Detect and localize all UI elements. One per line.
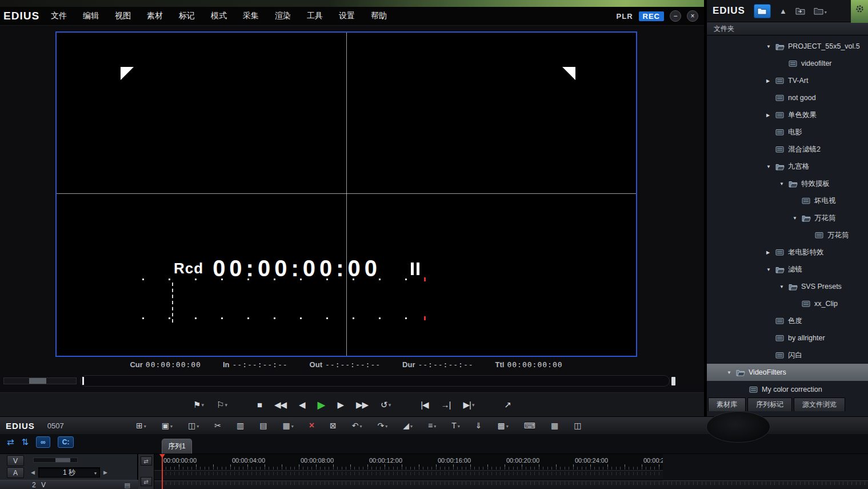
undo-button[interactable]: ↶▾ — [352, 422, 362, 430]
scrubber-playhead[interactable] — [82, 377, 84, 385]
shuttle-slider[interactable] — [3, 377, 77, 384]
expand-open-icon[interactable]: ▼ — [793, 216, 802, 221]
title-button[interactable]: T▾ — [451, 422, 460, 430]
paste-insert-button[interactable]: ▦▾ — [282, 422, 293, 430]
scale-decrease-arrow[interactable]: ◀ — [30, 468, 36, 476]
bin-tree-item-12[interactable]: ▶老电影特效 — [707, 244, 868, 261]
bin-tree[interactable]: ▼PROJECT_55x5_vol.5videofilter▶TV-Artnot… — [707, 38, 868, 397]
marker-list-button[interactable]: ⚐▾ — [214, 399, 230, 410]
redo-button[interactable]: ↷▾ — [378, 422, 388, 430]
expand-open-icon[interactable]: ▼ — [766, 44, 775, 49]
minimize-button[interactable]: − — [670, 10, 681, 22]
menu-item-1[interactable]: 编辑 — [81, 10, 101, 22]
timeline-zoom-slider-handle[interactable] — [55, 458, 70, 462]
capture-alert-icon[interactable]: ▲ — [779, 7, 787, 15]
dropdown-arrow-icon[interactable]: ▾ — [360, 424, 362, 430]
menu-item-7[interactable]: 渲染 — [273, 10, 293, 22]
expand-open-icon[interactable]: ▼ — [766, 267, 775, 272]
menu-item-4[interactable]: 标记 — [177, 10, 197, 22]
audio-track-button[interactable]: A — [7, 467, 24, 478]
dropdown-arrow-icon[interactable]: ▾ — [506, 424, 509, 430]
expand-open-icon[interactable]: ▼ — [766, 164, 775, 169]
grid-view-button[interactable]: ◫ — [574, 422, 581, 430]
video-track-button[interactable]: V — [7, 455, 24, 466]
render-button[interactable]: ▩▾ — [498, 422, 509, 430]
timeline-zoom-slider[interactable] — [33, 458, 78, 463]
plr-mode-button[interactable]: PLR — [617, 12, 633, 21]
save-project-button[interactable]: ◫▾ — [188, 422, 199, 430]
rec-mode-button[interactable]: REC — [639, 11, 664, 21]
sync-lock-toggle[interactable]: ⇅ — [22, 437, 29, 447]
bin-tree-item-17[interactable]: by allrighter — [707, 329, 868, 347]
paste-button[interactable]: ▤ — [259, 422, 267, 430]
default-transition-button[interactable]: ◢▾ — [403, 422, 413, 430]
patch-swap-button-bottom[interactable]: ⇄ — [141, 477, 152, 486]
capture-button[interactable]: ⇓ — [475, 422, 482, 430]
rewind-button[interactable]: ◀◀ — [272, 399, 289, 410]
new-folder-button[interactable] — [754, 4, 771, 18]
dropdown-arrow-icon[interactable]: ▾ — [291, 424, 294, 430]
dropdown-arrow-icon[interactable]: ▾ — [225, 401, 227, 409]
expand-closed-icon[interactable]: ▶ — [766, 113, 775, 118]
bin-view-options-button[interactable]: ▾ — [814, 7, 827, 15]
bin-tree-item-2[interactable]: ▶TV-Art — [707, 72, 868, 89]
bin-tree-item-11[interactable]: 万花筒 — [707, 226, 868, 244]
dropdown-arrow-icon[interactable]: ▾ — [434, 424, 436, 430]
goto-previous-edit-point-button[interactable]: |◀ — [418, 399, 430, 410]
timeline-ruler[interactable]: 00:00:00:0000:00:04:0000:00:08:0000:00:1… — [154, 454, 663, 471]
bin-tree-item-0[interactable]: ▼PROJECT_55x5_vol.5 — [707, 38, 868, 55]
bin-tree-item-15[interactable]: xx_Clip — [707, 295, 868, 312]
insert-overwrite-toggle[interactable]: ⇄ — [7, 437, 14, 447]
bin-tree-item-10[interactable]: ▼万花筒 — [707, 209, 868, 226]
bin-tab-2[interactable]: 源文件浏览 — [794, 397, 845, 411]
dropdown-arrow-icon[interactable]: ▾ — [458, 424, 460, 430]
bin-tree-item-14[interactable]: ▼SVS Presets — [707, 278, 868, 295]
expand-open-icon[interactable]: ▼ — [779, 284, 789, 289]
set-marker-in-button[interactable]: ⚑▾ — [191, 399, 206, 410]
track-2v-header[interactable]: 2 V ▤ — [0, 480, 138, 489]
expand-closed-icon[interactable]: ▶ — [766, 78, 775, 84]
menu-item-8[interactable]: 工具 — [305, 10, 325, 22]
copy-button[interactable]: ▥ — [237, 422, 244, 430]
audio-mixer-button[interactable]: ≡▾ — [428, 422, 436, 430]
bin-tree-item-19[interactable]: ▼VideoFilters — [707, 364, 868, 381]
fast-forward-button[interactable]: ▶▶ — [354, 399, 370, 410]
new-sequence-button[interactable]: ⊞▾ — [136, 422, 146, 430]
loop-playback-button[interactable]: ↺▾ — [378, 399, 393, 410]
bin-tree-item-9[interactable]: 坏电视 — [707, 192, 868, 209]
expand-open-icon[interactable]: ▼ — [779, 181, 789, 186]
close-button[interactable]: × — [687, 10, 698, 22]
bin-tree-item-5[interactable]: 电影 — [707, 124, 868, 141]
bin-tree-item-7[interactable]: ▼九宫格 — [707, 158, 868, 175]
bin-tree-item-3[interactable]: not good — [707, 89, 868, 106]
dropdown-arrow-icon[interactable]: ▾ — [170, 424, 173, 430]
play-button[interactable]: ▶ — [315, 399, 327, 411]
bin-tree-item-8[interactable]: ▼特效摸板 — [707, 175, 868, 192]
bin-tab-1[interactable]: 序列标记 — [747, 397, 792, 411]
dropdown-arrow-icon[interactable]: ▾ — [389, 401, 391, 409]
menu-item-5[interactable]: 模式 — [209, 10, 229, 22]
sequence-tab[interactable]: 序列1 — [162, 439, 192, 454]
shuttle-slider-handle[interactable] — [29, 378, 46, 384]
open-bin-button[interactable]: ▣▾ — [162, 422, 173, 430]
menu-item-10[interactable]: 帮助 — [369, 10, 389, 22]
settings-gear-icon[interactable] — [855, 4, 865, 14]
dropdown-arrow-icon[interactable]: ▾ — [197, 424, 199, 430]
menu-item-9[interactable]: 设置 — [337, 10, 357, 22]
menu-item-3[interactable]: 素材 — [145, 10, 165, 22]
previous-frame-button[interactable]: ◀ — [297, 399, 307, 410]
bin-tree-item-18[interactable]: 闪白 — [707, 347, 868, 364]
snap-mode-button[interactable]: ∞ — [36, 436, 50, 448]
timeline-playhead-cap[interactable] — [159, 454, 165, 458]
scrubber-end-handle[interactable] — [671, 377, 675, 385]
bin-tree-item-13[interactable]: ▼滤镜 — [707, 261, 868, 278]
bin-tab-0[interactable]: 素材库 — [708, 397, 746, 411]
patch-swap-button-top[interactable]: ⇄ — [141, 456, 152, 466]
clip-mode-button[interactable]: C: — [58, 436, 74, 448]
bin-tree-item-16[interactable]: 色度 — [707, 312, 868, 329]
expand-closed-icon[interactable]: ▶ — [766, 250, 775, 255]
delete-button[interactable]: × — [309, 421, 314, 430]
dropdown-arrow-icon[interactable]: ▾ — [385, 424, 387, 430]
move-to-bin-button[interactable] — [795, 7, 805, 15]
dropdown-arrow-icon[interactable]: ▾ — [144, 424, 146, 430]
